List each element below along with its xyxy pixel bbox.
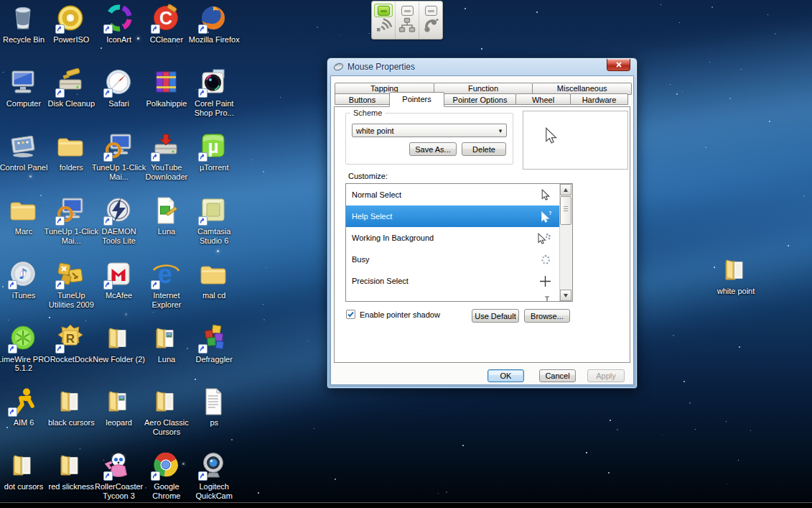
gray-status-button[interactable] bbox=[398, 4, 416, 17]
desktop-icon-camtasia-studio-6[interactable]: Camtasia Studio 6 bbox=[187, 195, 241, 246]
desktop-icon-ps[interactable]: ps bbox=[187, 387, 241, 428]
use-default-button[interactable]: Use Default bbox=[472, 309, 519, 323]
desktop-icon-luna[interactable]: Luna bbox=[139, 195, 194, 236]
paint-file-icon bbox=[150, 195, 183, 226]
tab-buttons[interactable]: Buttons bbox=[335, 93, 390, 105]
desktop-icon-rocketdock[interactable]: RRocketDock bbox=[44, 323, 98, 364]
listbox-scrollbar[interactable] bbox=[559, 184, 572, 301]
desktop-icon-rollercoaster-tycoon-3[interactable]: RollerCoaster Tycoon 3 bbox=[92, 451, 146, 501]
desktop-icon-mcafee[interactable]: McAfee bbox=[92, 259, 146, 300]
desktop-icon-tuneup-1-click-mai[interactable]: TuneUp 1-Click Mai... bbox=[44, 195, 98, 246]
desktop-icon-luna[interactable]: Luna bbox=[139, 323, 194, 364]
shortcut-arrow-icon bbox=[103, 280, 113, 290]
scroll-down-button[interactable] bbox=[560, 290, 571, 301]
desktop-icon-white-point[interactable]: white point bbox=[709, 255, 763, 296]
desktop-icon-ccleaner[interactable]: CCCleaner bbox=[139, 4, 194, 45]
desktop-icon-mal-cd[interactable]: mal cd bbox=[187, 259, 241, 300]
desktop-icon-google-chrome[interactable]: Google Chrome bbox=[139, 451, 194, 501]
green-status-button[interactable] bbox=[374, 4, 393, 17]
drive-download-icon bbox=[150, 131, 183, 162]
desktop-icon-torrent[interactable]: µµTorrent bbox=[187, 131, 241, 172]
delete-button[interactable]: Delete bbox=[462, 142, 506, 156]
cursor-list-item-busy[interactable]: Busy bbox=[346, 249, 560, 270]
desktop-icon-aero-classic-cursors[interactable]: Aero Classic Cursors bbox=[139, 387, 194, 437]
cursor-list-item-working-in-background[interactable]: Working In Background bbox=[346, 227, 560, 249]
dialog-titlebar[interactable]: Mouse Properties bbox=[327, 58, 637, 75]
internet-explorer-icon: e bbox=[150, 259, 183, 290]
cursor-name: Precision Select bbox=[352, 277, 409, 285]
cursor-list-item-help-select[interactable]: Help Select? bbox=[346, 205, 560, 227]
desktop-icon-logitech-quickcam[interactable]: Logitech QuickCam bbox=[187, 451, 241, 501]
dock-cell-3 bbox=[419, 1, 442, 39]
desktop-icon-label: red slickness bbox=[44, 482, 98, 491]
desktop-icon-mozilla-firefox[interactable]: Mozilla Firefox bbox=[187, 4, 241, 45]
desktop-icon-label: RollerCoaster Tycoon 3 bbox=[92, 482, 146, 501]
desktop-icon-polkahippie[interactable]: Polkahippie bbox=[139, 68, 194, 108]
mouse-icon bbox=[333, 62, 344, 73]
close-button[interactable] bbox=[607, 59, 630, 71]
cursor-list-item-normal-select[interactable]: Normal Select bbox=[346, 184, 560, 205]
cursor-list-item-precision-select[interactable]: Precision Select bbox=[346, 270, 560, 292]
taskbar-edge bbox=[0, 502, 812, 508]
folder-open-icon bbox=[719, 255, 752, 285]
desktop-icon-red-slickness[interactable]: red slickness bbox=[44, 451, 98, 491]
apply-button[interactable]: Apply bbox=[587, 369, 625, 382]
rocketdock-icon: R bbox=[55, 323, 88, 354]
shortcut-arrow-icon bbox=[198, 471, 207, 481]
gray-status-button[interactable] bbox=[421, 4, 440, 17]
save-as-button[interactable]: Save As... bbox=[409, 142, 457, 156]
folder-open-icon bbox=[150, 387, 183, 417]
scheme-group-label: Scheme bbox=[350, 108, 385, 117]
desktop-icon-internet-explorer[interactable]: eInternet Explorer bbox=[139, 259, 194, 310]
winrar-books-icon bbox=[150, 68, 183, 98]
text-cursor-icon bbox=[543, 295, 551, 302]
tab-pointer-options[interactable]: Pointer Options bbox=[444, 93, 516, 105]
desktop-icon-disk-cleanup[interactable]: Disk Cleanup bbox=[44, 68, 98, 108]
svg-text:µ: µ bbox=[208, 136, 219, 157]
desktop-icon-label: black cursors bbox=[44, 418, 98, 428]
disk-cleanup-icon bbox=[55, 68, 88, 98]
cursor-name: Busy bbox=[352, 255, 369, 264]
desktop-icon-label: ps bbox=[187, 418, 241, 428]
shortcut-arrow-icon bbox=[198, 344, 207, 354]
shortcut-arrow-icon bbox=[198, 24, 207, 34]
tab-wheel[interactable]: Wheel bbox=[515, 93, 571, 105]
scrollbar-thumb[interactable] bbox=[560, 196, 571, 225]
desktop-icon-label: New Folder (2) bbox=[92, 355, 146, 364]
enable-pointer-shadow-checkbox[interactable] bbox=[346, 310, 355, 319]
desktop-icon-defraggler[interactable]: Defraggler bbox=[187, 323, 241, 364]
desktop-icon-black-cursors[interactable]: black cursors bbox=[44, 387, 98, 428]
scroll-up-button[interactable] bbox=[560, 184, 571, 195]
network-lan-icon[interactable] bbox=[398, 17, 416, 36]
control-panel-icon bbox=[7, 131, 40, 162]
desktop-icon-poweriso[interactable]: PowerISO bbox=[44, 4, 98, 45]
tab-pointers[interactable]: Pointers bbox=[389, 92, 444, 107]
phone-icon[interactable] bbox=[423, 17, 439, 36]
browse-button[interactable]: Browse... bbox=[524, 309, 570, 323]
folder-icon bbox=[55, 131, 88, 162]
scheme-combobox[interactable]: white point ▾ bbox=[352, 124, 507, 137]
desktop-icon-leopard[interactable]: leopard bbox=[92, 387, 146, 428]
desktop-icon-safari[interactable]: Safari bbox=[92, 68, 146, 108]
desktop-icon-daemon-tools-lite[interactable]: DAEMON Tools Lite bbox=[92, 195, 146, 246]
tab-hardware[interactable]: Hardware bbox=[570, 93, 628, 105]
desktop-icon-corel-paint-shop-pro[interactable]: Corel Paint Shop Pro... bbox=[187, 68, 241, 118]
desktop-icon-folders[interactable]: folders bbox=[44, 131, 98, 172]
desktop-icon-iconart[interactable]: IconArt bbox=[92, 4, 146, 45]
desktop-icon-youtube-downloader[interactable]: YouTube Downloader bbox=[139, 131, 194, 182]
cancel-button[interactable]: Cancel bbox=[539, 369, 576, 382]
wireless-signal-icon[interactable] bbox=[375, 17, 392, 36]
desktop-icon-new-folder-2[interactable]: New Folder (2) bbox=[92, 323, 146, 364]
desktop-icon-tuneup-utilities-2009[interactable]: TuneUp Utilities 2009 bbox=[44, 259, 98, 310]
shortcut-arrow-icon bbox=[8, 407, 17, 417]
shortcut-arrow-icon bbox=[198, 152, 207, 162]
shortcut-arrow-icon bbox=[55, 88, 65, 98]
desktop-icon-tuneup-1-click-mai[interactable]: TuneUp 1-Click Mai... bbox=[92, 131, 146, 182]
ok-button[interactable]: OK bbox=[487, 369, 524, 382]
shortcut-arrow-icon bbox=[198, 88, 207, 98]
svg-text:?: ? bbox=[549, 211, 551, 216]
desktop-icon-label: Aero Classic Cursors bbox=[139, 418, 194, 437]
svg-text:♪: ♪ bbox=[19, 265, 28, 282]
desktop-icon-label: Luna bbox=[139, 227, 194, 236]
cursor-list-item-text-cursor[interactable] bbox=[346, 292, 560, 302]
